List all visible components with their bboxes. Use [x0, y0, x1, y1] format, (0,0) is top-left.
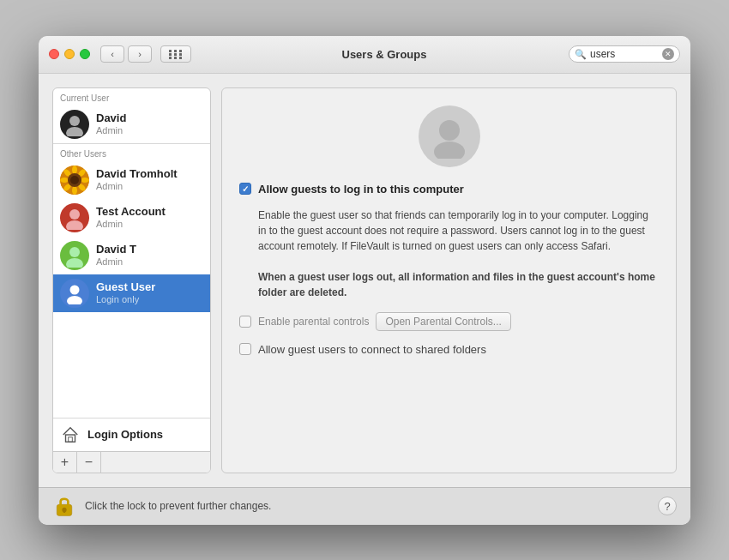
svg-point-16: [66, 258, 83, 268]
parental-controls-row: Enable parental controls Open Parental C…: [239, 312, 511, 331]
system-preferences-window: ‹ › Users & Groups 🔍 ✕ Current User: [39, 36, 690, 525]
close-button[interactable]: [49, 49, 59, 59]
users-sidebar: Current User David Admin Other Users: [52, 87, 211, 473]
svg-point-1: [66, 127, 83, 136]
back-button[interactable]: ‹: [100, 45, 124, 63]
sidebar-item-david-t[interactable]: David T Admin: [53, 237, 210, 274]
sidebar-bottom: Login Options + −: [53, 418, 210, 473]
parental-controls-label: Enable parental controls: [258, 316, 369, 328]
guest-avatar-large: [419, 105, 480, 167]
svg-point-17: [70, 285, 80, 294]
add-user-button[interactable]: +: [53, 452, 77, 473]
user-name-david: David: [96, 111, 126, 125]
description-normal: Enable the guest user so that friends ca…: [258, 209, 648, 252]
back-icon: ‹: [111, 49, 114, 59]
current-user-label: Current User: [53, 88, 210, 105]
user-role-david-t: Admin: [96, 256, 136, 268]
minimize-button[interactable]: [64, 49, 75, 59]
svg-point-13: [69, 209, 80, 220]
allow-guests-row[interactable]: Allow guests to log in to this computer: [239, 183, 464, 196]
svg-point-3: [72, 166, 77, 174]
open-parental-controls-button[interactable]: Open Parental Controls...: [376, 312, 510, 331]
login-options-item[interactable]: Login Options: [53, 418, 210, 451]
avatar-test-account: [60, 203, 89, 232]
login-options-label: Login Options: [87, 428, 163, 442]
footer: Click the lock to prevent further change…: [39, 487, 690, 525]
titlebar: ‹ › Users & Groups 🔍 ✕: [39, 36, 690, 74]
avatar-guest-user: [60, 279, 89, 308]
avatar-david: [60, 110, 89, 139]
shared-folders-row: Allow guest users to connect to shared f…: [239, 343, 486, 356]
help-button[interactable]: ?: [658, 497, 677, 515]
other-users-label: Other Users: [53, 143, 210, 161]
nav-buttons: ‹ ›: [100, 45, 152, 63]
right-panel: Allow guests to log in to this computer …: [221, 87, 677, 473]
allow-guests-checkbox[interactable]: [239, 183, 251, 195]
user-role-david: Admin: [96, 125, 126, 136]
search-bar[interactable]: 🔍 ✕: [569, 45, 680, 63]
user-name-test-account: Test Account: [96, 205, 166, 219]
svg-point-5: [81, 178, 89, 183]
forward-icon: ›: [138, 49, 142, 59]
svg-point-0: [69, 116, 80, 126]
sidebar-controls: + −: [53, 451, 210, 473]
svg-point-15: [69, 247, 80, 257]
grid-button[interactable]: [160, 45, 191, 63]
remove-user-button[interactable]: −: [77, 452, 101, 473]
user-info-david-tromholt: David Tromholt Admin: [96, 167, 178, 192]
sidebar-item-guest-user[interactable]: Guest User Login only: [53, 274, 210, 312]
shared-folders-checkbox[interactable]: [239, 343, 251, 355]
sidebar-spacer: [53, 312, 210, 418]
svg-rect-20: [69, 437, 73, 442]
footer-lock-text: Click the lock to prevent further change…: [85, 500, 271, 512]
shared-folders-label: Allow guest users to connect to shared f…: [258, 343, 486, 356]
sidebar-item-david-tromholt[interactable]: David Tromholt Admin: [53, 161, 210, 199]
user-info-test-account: Test Account Admin: [96, 205, 166, 230]
clear-search-button[interactable]: ✕: [662, 48, 674, 60]
user-name-david-t: David T: [96, 243, 136, 256]
avatar-david-tromholt: [60, 166, 89, 195]
avatar-david-t: [60, 241, 89, 270]
svg-point-22: [434, 142, 465, 159]
svg-rect-25: [63, 509, 66, 513]
svg-point-18: [67, 296, 82, 304]
user-info-david: David Admin: [96, 111, 126, 136]
svg-point-12: [70, 176, 79, 184]
svg-point-7: [72, 186, 77, 195]
user-silhouette-icon-2: [63, 206, 87, 230]
main-content: Current User David Admin Other Users: [39, 74, 690, 487]
maximize-button[interactable]: [80, 49, 90, 59]
svg-point-21: [439, 120, 460, 141]
search-input[interactable]: [590, 48, 659, 60]
user-role-guest: Login only: [96, 294, 155, 305]
user-name-david-tromholt: David Tromholt: [96, 167, 178, 181]
search-icon: 🔍: [575, 49, 587, 60]
user-info-guest-user: Guest User Login only: [96, 280, 155, 305]
svg-point-9: [60, 178, 69, 183]
house-icon: [60, 425, 81, 444]
user-role-david-tromholt: Admin: [96, 181, 178, 192]
guest-description: Enable the guest user so that friends ca…: [239, 208, 659, 300]
user-name-guest: Guest User: [96, 280, 155, 294]
user-info-david-t: David T Admin: [96, 243, 136, 268]
allow-guests-label: Allow guests to log in to this computer: [258, 183, 464, 196]
description-warning: When a guest user logs out, all informat…: [258, 271, 655, 298]
forward-button[interactable]: ›: [128, 45, 152, 63]
parental-controls-checkbox[interactable]: [239, 316, 251, 328]
lock-icon[interactable]: [52, 494, 76, 518]
window-title: Users & Groups: [200, 48, 569, 61]
user-silhouette-icon-3: [63, 244, 87, 268]
user-silhouette-icon: [63, 112, 87, 136]
guest-avatar-icon: [427, 114, 472, 159]
svg-point-14: [66, 220, 83, 230]
sidebar-item-david[interactable]: David Admin: [53, 105, 210, 143]
guest-user-icon: [63, 282, 86, 304]
sidebar-item-test-account[interactable]: Test Account Admin: [53, 199, 210, 237]
grid-icon: [169, 50, 184, 59]
svg-rect-19: [66, 435, 75, 442]
sunflower-icon: [60, 166, 89, 195]
traffic-lights: [49, 49, 90, 59]
user-role-test-account: Admin: [96, 219, 166, 230]
